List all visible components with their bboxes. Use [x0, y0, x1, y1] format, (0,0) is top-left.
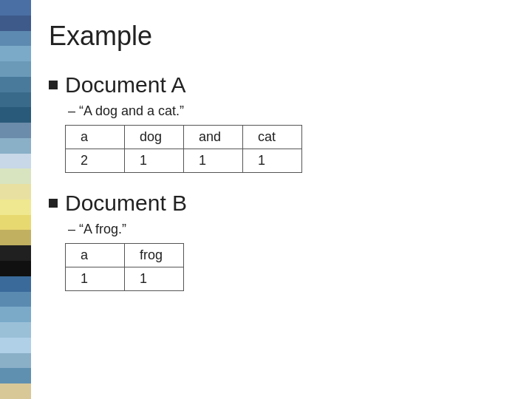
table-cell: 1 [125, 149, 184, 173]
strip-block [0, 353, 31, 369]
table-cell: 1 [66, 267, 125, 291]
strip-block [0, 338, 31, 353]
strip-block [0, 307, 31, 322]
strip-block [0, 245, 31, 261]
strip-block [0, 200, 31, 215]
bullet-a [49, 81, 58, 89]
table-cell: 1 [125, 267, 184, 291]
strip-block [0, 123, 31, 138]
table-cell: a [66, 126, 125, 149]
strip-block [0, 31, 31, 47]
table-cell: 1 [243, 149, 302, 173]
section-b-heading: Document B [49, 191, 510, 216]
table-cell: 1 [184, 149, 243, 173]
doc-b-quote: – “A frog.” [65, 222, 510, 237]
side-strip [0, 0, 31, 399]
doc-b-table: a frog 1 1 [65, 243, 184, 291]
strip-block [0, 46, 31, 61]
section-document-a: Document A – “A dog and a cat.” a dog an… [49, 72, 510, 173]
strip-block [0, 77, 31, 92]
strip-block [0, 16, 31, 31]
strip-block [0, 215, 31, 231]
table-cell: and [184, 126, 243, 149]
section-b-body: – “A frog.” a frog 1 1 [49, 222, 510, 291]
section-a-heading: Document A [49, 72, 510, 98]
doc-a-table: a dog and cat 2 1 1 1 [65, 125, 302, 173]
main-content: Example Document A – “A dog and a cat.” … [31, 0, 532, 399]
strip-block [0, 92, 31, 108]
strip-block [0, 138, 31, 154]
strip-block [0, 0, 31, 16]
strip-block [0, 368, 31, 383]
strip-block [0, 383, 31, 399]
strip-block [0, 261, 31, 276]
section-a-body: – “A dog and a cat.” a dog and cat 2 1 1… [49, 103, 510, 173]
section-b-title: Document B [65, 191, 187, 216]
strip-block [0, 168, 31, 184]
section-a-title: Document A [65, 72, 185, 98]
strip-block [0, 184, 31, 200]
table-row: 1 1 [66, 267, 184, 291]
bullet-b [49, 199, 58, 208]
table-cell: frog [125, 244, 184, 267]
section-document-b: Document B – “A frog.” a frog 1 1 [49, 191, 510, 291]
table-row: 2 1 1 1 [66, 149, 302, 173]
doc-a-quote: – “A dog and a cat.” [65, 103, 510, 119]
strip-block [0, 322, 31, 338]
table-cell: dog [125, 126, 184, 149]
table-cell: cat [243, 126, 302, 149]
table-cell: 2 [66, 149, 125, 173]
strip-block [0, 276, 31, 292]
strip-block [0, 61, 31, 77]
strip-block [0, 154, 31, 169]
strip-block [0, 230, 31, 245]
strip-block [0, 107, 31, 123]
table-row: a dog and cat [66, 126, 302, 149]
page-title: Example [49, 21, 510, 52]
strip-block [0, 292, 31, 307]
table-row: a frog [66, 244, 184, 267]
table-cell: a [66, 244, 125, 267]
